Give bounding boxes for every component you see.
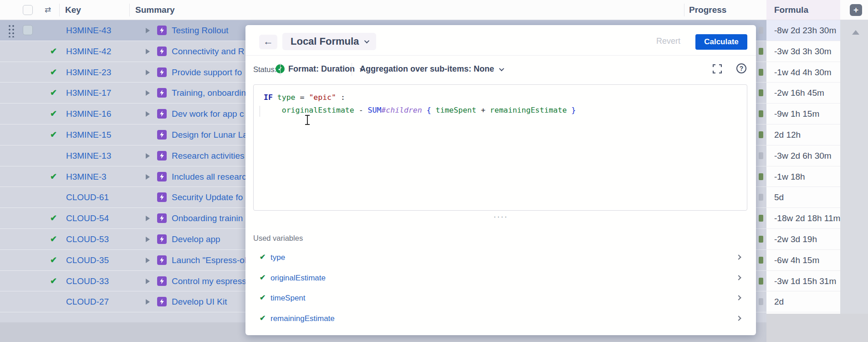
used-variable-row[interactable]: ✔type [245, 248, 756, 268]
issue-summary-link[interactable]: Provide support fo [172, 62, 242, 83]
epic-type-icon [157, 47, 167, 56]
help-icon[interactable]: ? [736, 63, 746, 73]
issue-summary-link[interactable]: Training, onboardin [172, 83, 246, 103]
formula-code: IF type = "epic" : originalEstimate - SU… [264, 91, 576, 117]
formula-cell[interactable]: 2d 12h [766, 124, 840, 145]
formula-cell[interactable]: -3w 2d 6h 30m [766, 145, 840, 166]
chevron-right-icon[interactable] [736, 254, 741, 259]
formula-cell[interactable]: -3w 3d 3h 30m [766, 41, 840, 62]
fullscreen-icon[interactable] [713, 64, 722, 73]
issue-key-link[interactable]: H3MINE-17 [66, 83, 111, 103]
divider [280, 63, 281, 76]
expand-arrow-icon[interactable] [146, 111, 150, 117]
chevron-right-icon[interactable] [736, 316, 741, 321]
expand-arrow-icon[interactable] [146, 174, 150, 180]
issue-summary-link[interactable]: Testing Rollout [172, 20, 229, 41]
issue-summary-link[interactable]: Develop app [172, 229, 220, 249]
formula-cell[interactable]: -2w 16h 45m [766, 83, 840, 104]
issue-key-link[interactable]: CLOUD-61 [66, 187, 109, 207]
issue-summary-link[interactable]: Security Update fo [172, 187, 243, 207]
variable-name: remainingEstimate [271, 314, 335, 323]
issue-key-link[interactable]: H3MINE-42 [66, 41, 111, 62]
progress-bar-fragment [759, 298, 763, 305]
drag-handle[interactable] [7, 24, 15, 37]
formula-cell[interactable]: -8w 2d 23h 30m [766, 20, 840, 41]
status-label: Status: [253, 65, 276, 74]
issue-key-link[interactable]: H3MINE-3 [66, 166, 107, 187]
add-column-button[interactable]: + [850, 4, 862, 16]
swap-columns-icon[interactable]: ⇄ [45, 0, 51, 20]
formula-cell[interactable]: -6w 4h 15m [766, 250, 840, 271]
issue-summary-link[interactable]: Develop UI Kit [172, 291, 227, 312]
text-cursor [305, 115, 310, 125]
issue-key-link[interactable]: H3MINE-43 [66, 20, 111, 41]
editor-resize-handle[interactable]: ···· [245, 214, 756, 219]
expand-arrow-icon[interactable] [146, 237, 150, 242]
row-checkbox[interactable] [23, 25, 33, 35]
progress-bar-fragment [759, 215, 763, 222]
expand-arrow-icon[interactable] [146, 299, 150, 305]
expand-arrow-icon[interactable] [146, 90, 150, 96]
expand-arrow-icon[interactable] [146, 49, 150, 54]
issue-key-link[interactable]: H3MINE-15 [66, 124, 111, 145]
select-all-checkbox[interactable] [23, 5, 33, 15]
chevron-down-icon [499, 66, 504, 71]
formula-cell[interactable]: 5d [766, 187, 840, 208]
expand-arrow-icon[interactable] [146, 279, 150, 284]
progress-bar-fragment [759, 257, 763, 264]
formula-cell[interactable]: -18w 2d 18h 11m [766, 208, 840, 229]
used-variable-row[interactable]: ✔originalEstimate [245, 269, 756, 289]
back-button[interactable]: ← [259, 35, 277, 49]
issue-key-link[interactable]: CLOUD-33 [66, 271, 109, 291]
formula-cell[interactable]: 2d [766, 291, 840, 312]
used-variable-row[interactable]: ✔timeSpent [245, 289, 756, 309]
issue-summary-link[interactable]: Design for Lunar La [172, 124, 248, 145]
issue-summary-link[interactable]: Connectivity and R [172, 41, 244, 62]
below-formula-area [766, 314, 868, 342]
done-check-icon: ✔ [50, 271, 57, 291]
column-header-progress[interactable]: Progress [689, 0, 726, 20]
epic-type-icon [157, 192, 167, 202]
expand-arrow-icon[interactable] [146, 258, 150, 263]
issue-key-link[interactable]: H3MINE-16 [66, 104, 111, 124]
formula-cell[interactable]: -9w 1h 15m [766, 104, 840, 124]
formula-cell[interactable]: -3w 1d 15h 31m [766, 271, 840, 292]
calculate-button[interactable]: Calculate [695, 34, 747, 50]
format-dropdown[interactable]: Format: Duration [288, 64, 363, 74]
issue-key-link[interactable]: H3MINE-13 [66, 145, 111, 166]
issue-summary-link[interactable]: Control my espress [172, 271, 246, 291]
formula-type-dropdown[interactable]: Local Formula [282, 33, 376, 50]
column-header-key[interactable]: Key [65, 0, 81, 20]
expand-arrow-icon[interactable] [146, 70, 150, 75]
formula-cell[interactable]: -1w 18h [766, 166, 840, 187]
issue-summary-link[interactable]: Onboarding trainin [172, 208, 243, 228]
issue-summary-link[interactable]: Includes all researc [172, 166, 246, 187]
formula-code-editor[interactable]: IF type = "epic" : originalEstimate - SU… [253, 84, 747, 211]
progress-bar-fragment [759, 69, 763, 76]
revert-button[interactable]: Revert [656, 36, 680, 46]
column-divider [129, 4, 130, 16]
chevron-right-icon[interactable] [736, 295, 741, 300]
scroll-up-arrow-icon[interactable] [852, 30, 859, 35]
issue-summary-link[interactable]: Launch "Espress-oh [172, 250, 249, 270]
column-header-summary[interactable]: Summary [135, 0, 175, 20]
issue-key-link[interactable]: CLOUD-53 [66, 229, 109, 249]
expand-arrow-icon[interactable] [146, 216, 150, 221]
epic-type-icon [157, 172, 167, 181]
aggregation-dropdown[interactable]: Aggregation over sub-items: None [360, 64, 503, 74]
used-variable-row[interactable]: ✔remainingEstimate [245, 309, 756, 329]
issue-key-link[interactable]: CLOUD-27 [66, 291, 109, 312]
issue-key-link[interactable]: CLOUD-35 [66, 250, 109, 270]
done-check-icon: ✔ [50, 41, 57, 62]
issue-summary-link[interactable]: Research activities [172, 145, 244, 166]
progress-bar-fragment [759, 131, 763, 138]
expand-arrow-icon[interactable] [146, 28, 150, 33]
issue-key-link[interactable]: H3MINE-23 [66, 62, 111, 83]
formula-cell[interactable]: -2w 3d 19h [766, 229, 840, 250]
expand-arrow-icon[interactable] [146, 153, 150, 159]
chevron-right-icon[interactable] [736, 275, 741, 280]
issue-key-link[interactable]: CLOUD-54 [66, 208, 109, 228]
formula-cell[interactable]: -1w 4d 4h 30m [766, 62, 840, 83]
column-header-formula[interactable]: Formula [766, 0, 840, 20]
issue-summary-link[interactable]: Dev work for app c [172, 104, 244, 124]
